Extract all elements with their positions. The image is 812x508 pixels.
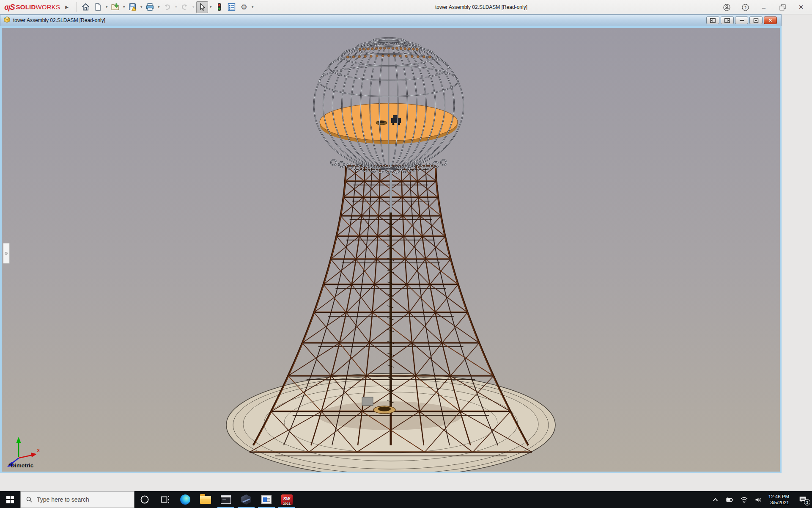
window-controls: ? – ✕ bbox=[722, 0, 805, 14]
taskbar-search[interactable] bbox=[20, 491, 134, 508]
taskbar-edrawings-button[interactable] bbox=[236, 491, 256, 508]
graphics-viewport[interactable] bbox=[0, 26, 782, 473]
print-button[interactable] bbox=[144, 1, 156, 13]
menu-flyout-arrow-icon[interactable]: ▶ bbox=[65, 5, 69, 9]
print-dropdown[interactable]: ▼ bbox=[156, 1, 161, 13]
assembly-document-icon bbox=[3, 16, 11, 25]
clock[interactable]: 12:46 PM 3/5/2021 bbox=[766, 494, 793, 505]
new-document-dropdown[interactable]: ▼ bbox=[104, 1, 109, 13]
edge-icon bbox=[180, 494, 190, 505]
ds-logo-icon: ƣS bbox=[4, 3, 15, 12]
wifi-icon[interactable] bbox=[737, 491, 752, 508]
app-titlebar: ƣS SOLIDWORKS ▶ ▼ ▼ ▼ ▼ ▼ ▼ bbox=[0, 0, 812, 14]
open-dropdown[interactable]: ▼ bbox=[122, 1, 126, 13]
account-icon[interactable] bbox=[722, 3, 731, 11]
task-view-button[interactable] bbox=[155, 491, 175, 508]
dock-left-button[interactable] bbox=[706, 17, 719, 24]
redo-dropdown[interactable]: ▼ bbox=[191, 1, 196, 13]
system-tray: 12:46 PM 3/5/2021 3 bbox=[708, 491, 812, 508]
taskbar-installer-window-button[interactable] bbox=[256, 491, 277, 508]
volume-icon[interactable] bbox=[752, 491, 766, 508]
dock-right-button[interactable] bbox=[721, 17, 734, 24]
brand-prefix: SOLID bbox=[16, 3, 36, 11]
window-app-icon bbox=[261, 495, 272, 504]
taskbar-terminal-button[interactable] bbox=[216, 491, 236, 508]
restore-button[interactable] bbox=[778, 3, 787, 11]
options-dropdown[interactable]: ▼ bbox=[250, 1, 255, 13]
open-button[interactable] bbox=[110, 1, 121, 13]
file-explorer-icon bbox=[200, 496, 211, 504]
close-button[interactable]: ✕ bbox=[797, 3, 805, 11]
redo-button[interactable] bbox=[179, 1, 191, 13]
options-gear-button[interactable]: ⚙ bbox=[238, 1, 250, 13]
hexagon-app-icon bbox=[241, 494, 252, 505]
quick-access-toolbar: ▼ ▼ ▼ ▼ ▼ ▼ ▼ ⚙ ▼ bbox=[80, 1, 255, 13]
undo-button[interactable] bbox=[162, 1, 173, 13]
home-button[interactable] bbox=[80, 1, 92, 13]
hidden-icons-chevron[interactable] bbox=[708, 491, 723, 508]
undo-dropdown[interactable]: ▼ bbox=[174, 1, 178, 13]
windows-logo-icon bbox=[6, 496, 14, 503]
triad-x-axis-label: x bbox=[37, 448, 40, 453]
cortana-button[interactable] bbox=[134, 491, 155, 508]
svg-text:?: ? bbox=[744, 5, 746, 10]
taskbar-file-explorer-button[interactable] bbox=[195, 491, 216, 508]
solidworks-2021-icon: SW 2021 bbox=[281, 494, 293, 505]
tray-time: 12:46 PM bbox=[768, 494, 789, 500]
task-view-icon bbox=[160, 495, 170, 504]
doc-restore-button[interactable] bbox=[749, 17, 763, 24]
save-button[interactable] bbox=[127, 1, 139, 13]
action-center-button[interactable]: 3 bbox=[793, 491, 812, 508]
help-icon[interactable]: ? bbox=[741, 3, 749, 11]
tray-date: 3/5/2021 bbox=[768, 500, 789, 505]
battery-icon[interactable] bbox=[723, 491, 737, 508]
save-dropdown[interactable]: ▼ bbox=[139, 1, 144, 13]
select-tool-dropdown[interactable]: ▼ bbox=[208, 1, 213, 13]
select-tool-button[interactable] bbox=[196, 1, 208, 13]
taskbar-edge-button[interactable] bbox=[175, 491, 195, 508]
featuremanager-collapsed-tab[interactable] bbox=[3, 243, 10, 264]
performance-monitor-icon[interactable] bbox=[214, 1, 225, 13]
view-orientation-label: *Dimetric bbox=[8, 462, 33, 469]
app-title: tower Assembly 02.SLDASM [Read-only] bbox=[435, 0, 527, 14]
document-titlebar[interactable]: tower Assembly 02.SLDASM [Read-only] ✕ bbox=[0, 14, 782, 26]
start-button[interactable] bbox=[0, 491, 20, 508]
brand-suffix: WORKS bbox=[36, 3, 60, 11]
notification-badge: 3 bbox=[804, 499, 810, 505]
doc-close-button[interactable]: ✕ bbox=[764, 17, 777, 24]
terminal-icon bbox=[221, 495, 231, 504]
minimize-button[interactable]: – bbox=[760, 3, 768, 11]
solidworks-logo: ƣS SOLIDWORKS bbox=[4, 3, 60, 12]
toolbar-separator bbox=[76, 2, 77, 12]
splitter-handle-icon bbox=[5, 252, 8, 255]
doc-minimize-button[interactable] bbox=[735, 17, 748, 24]
windows-taskbar: SW 2021 12:46 PM 3/5/2021 3 bbox=[0, 491, 812, 508]
cortana-icon bbox=[140, 495, 149, 504]
new-document-button[interactable] bbox=[92, 1, 104, 13]
document-title: tower Assembly 02.SLDASM [Read-only] bbox=[13, 17, 105, 23]
search-icon bbox=[26, 496, 33, 503]
gear-icon: ⚙ bbox=[241, 3, 247, 11]
document-window-buttons: ✕ bbox=[706, 17, 777, 24]
search-input[interactable] bbox=[37, 496, 130, 503]
tower-assembly-3d-model bbox=[2, 28, 780, 472]
command-options-icon[interactable] bbox=[226, 1, 238, 13]
taskbar-solidworks-button[interactable]: SW 2021 bbox=[277, 491, 297, 508]
